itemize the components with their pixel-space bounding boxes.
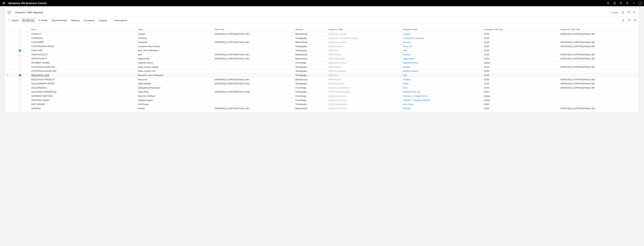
integration-field-link[interactable]: Order (403, 82, 408, 85)
cell-table[interactable]: Item (136, 52, 213, 57)
cell-integration-field[interactable]: Unit (402, 48, 482, 53)
cell-table-filter[interactable]: VERSION(1) SORTING(Field1) WH… (213, 78, 294, 82)
cell-integration-table[interactable]: Dataverse Transactioncurrency (327, 36, 402, 40)
cell-name[interactable]: RESOURCE-PRODUCT (30, 78, 128, 82)
cell-direction[interactable]: Bidirectional (294, 57, 327, 61)
cell-name[interactable]: ITEM-PRODUCT (30, 52, 128, 57)
cell-integration-field[interactable]: Contact (402, 32, 482, 36)
cell-integration-field[interactable]: Account (402, 40, 482, 44)
table-row[interactable]: CUSTOMERCustomerVERSION(1) SORTING(Field… (5, 40, 639, 44)
cell-name[interactable]: SALESPRC-PRODPRICE (30, 90, 128, 94)
col-header-table-filter[interactable]: Table Filter (213, 27, 294, 32)
cell-integration-table-filter[interactable]: VERSION(1) SORTING(Field1) WH (559, 65, 639, 69)
cell-integration-field[interactable]: User (402, 86, 482, 90)
cell-table-filter[interactable]: VERSION(1) SORTING(Field1,Field… (213, 82, 294, 86)
row-select[interactable] (18, 106, 30, 110)
row-select[interactable] (18, 94, 30, 98)
cell-integration-table-filter[interactable]: VERSION(1) SORTING(Field1) WH (559, 52, 639, 57)
cell-table[interactable]: Salesperson/Purchaser (136, 86, 213, 90)
cell-table[interactable]: Currency (136, 36, 213, 40)
cell-name[interactable]: RESOURCE UOM (30, 73, 128, 78)
cell-integration-field-type[interactable]: GUID (482, 73, 559, 78)
table-row[interactable]: SALESPEOPLESalesperson/PurchaserFromInte… (5, 86, 639, 90)
user-avatar[interactable]: F (638, 1, 643, 5)
cell-table[interactable]: Resource (136, 78, 213, 82)
cell-table[interactable]: Sales Price (136, 90, 213, 94)
cell-name[interactable]: CUSTPRCGRP-PRICE (30, 44, 128, 48)
cell-table-filter[interactable]: VERSION(1) SORTING(Field1) WH… (213, 40, 294, 44)
integration-field-link[interactable]: Unit (403, 49, 407, 52)
cell-integration-table-filter[interactable] (559, 98, 639, 102)
cell-direction[interactable]: ToIntegratio… (294, 73, 327, 78)
integration-field-link[interactable]: Unit Group (403, 103, 414, 106)
cell-direction[interactable]: Bidirectional (294, 78, 327, 82)
cell-name[interactable]: CUSTOMER (30, 40, 128, 44)
integration-field-link[interactable]: Product (403, 53, 410, 56)
integration-field-link[interactable]: Transaction Currency (403, 37, 424, 40)
app-launcher-button[interactable] (1, 1, 6, 6)
cell-integration-field[interactable]: Account (402, 106, 482, 110)
integration-field-link[interactable]: Contact (403, 33, 410, 35)
cell-integration-field[interactable]: Product Price List (402, 90, 482, 94)
cell-integration-table-filter[interactable] (559, 94, 639, 98)
cell-table[interactable]: Unit Group (136, 102, 213, 106)
cell-integration-field-type[interactable]: GUID (482, 32, 559, 36)
cell-table-filter[interactable] (213, 86, 294, 90)
cell-integration-table-filter[interactable]: VERSION(1) SORTING(Field1) WH (559, 44, 639, 48)
cell-integration-table-filter[interactable] (559, 48, 639, 53)
cell-integration-table[interactable]: CRM Uom (327, 73, 402, 78)
cell-name[interactable]: PAYMENT TERMS (30, 61, 128, 65)
cell-integration-table-filter[interactable] (559, 90, 639, 94)
cell-integration-field-type[interactable]: GUID (482, 102, 559, 106)
row-select[interactable] (18, 98, 30, 102)
mapping-action[interactable]: Mapping (69, 18, 82, 23)
integration-field-link[interactable]: Opportunity (403, 57, 414, 60)
cell-integration-table-filter[interactable] (559, 36, 639, 40)
row-select[interactable] (18, 82, 30, 86)
cell-integration-field-type[interactable]: Option (482, 61, 559, 65)
search-action[interactable]: Search (6, 18, 21, 23)
cell-name[interactable]: SALESPEOPLE (30, 86, 128, 90)
cell-integration-table[interactable]: Dataverse Systemuser (327, 86, 402, 90)
cell-direction[interactable]: ToIntegratio… (294, 36, 327, 40)
cell-integration-field[interactable]: Payment Terms (402, 61, 482, 65)
integration-field-link[interactable]: Account (403, 41, 411, 44)
cell-table[interactable]: Opportunity (136, 57, 213, 61)
row-select[interactable] (18, 36, 30, 40)
delete-action[interactable]: Delete (36, 18, 50, 23)
bookmark-button[interactable] (621, 11, 624, 14)
table-row[interactable]: CUSTPRCGRP-PRICECustomer Price GroupToIn… (5, 44, 639, 48)
cell-integration-table-filter[interactable]: VERSION(1) SORTING(Field1) WH (559, 86, 639, 90)
cell-integration-table[interactable]: CRM Invoicedetail (327, 69, 402, 73)
cell-integration-field-type[interactable]: GUID (482, 40, 559, 44)
cell-table-filter[interactable] (213, 69, 294, 73)
row-select[interactable] (18, 57, 30, 61)
cell-direction[interactable]: ToIntegratio… (294, 44, 327, 48)
cell-table-filter[interactable] (213, 102, 294, 106)
cell-table-filter[interactable] (213, 48, 294, 53)
table-row[interactable]: CURRENCYCurrencyToIntegratio…Dataverse T… (5, 36, 639, 40)
cell-table-filter[interactable] (213, 73, 294, 78)
col-header-table[interactable]: Table (136, 27, 213, 32)
cell-direction[interactable]: ToIntegratio… (294, 82, 327, 86)
cell-name[interactable]: POSTEDSALESLINE-INV (30, 69, 128, 73)
col-header-name[interactable]: Name↑ (30, 27, 128, 32)
cell-table[interactable]: Payment Terms (136, 61, 213, 65)
table-row[interactable]: PAYMENT TERMSPayment TermsFromIntegr…Dat… (5, 61, 639, 65)
collapse-button[interactable] (632, 11, 636, 14)
row-select[interactable] (18, 102, 30, 106)
cell-integration-table[interactable]: CRM Product (327, 52, 402, 57)
synchronization-action[interactable]: Synchronization (50, 18, 69, 23)
cell-integration-field[interactable]: Invoice Product (402, 69, 482, 73)
cell-direction[interactable]: FromIntegr… (294, 61, 327, 65)
cell-integration-field[interactable]: Product (402, 78, 482, 82)
cell-direction[interactable]: Bidirectional (294, 106, 327, 110)
table-row[interactable]: POSTEDSALESINV-INVSales Invoice HeaderTo… (5, 65, 639, 69)
cell-name[interactable]: CONTACT (30, 32, 128, 36)
cell-direction[interactable]: ToIntegratio… (294, 102, 327, 106)
cell-integration-table[interactable]: Dataverse Contact (327, 32, 402, 36)
cell-integration-table-filter[interactable]: VERSION(1) SORTING(Field1) WH (559, 32, 639, 36)
flag-button[interactable] (618, 0, 624, 6)
table-row[interactable]: OPPORTUNITYOpportunityVERSION(1) SORTING… (5, 57, 639, 61)
cell-table-filter[interactable] (213, 36, 294, 40)
